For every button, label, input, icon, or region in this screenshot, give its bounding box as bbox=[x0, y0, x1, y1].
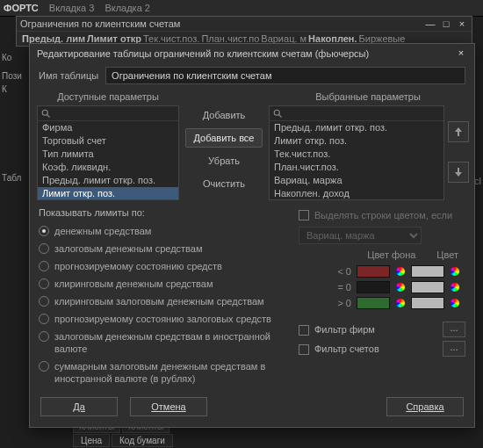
list-item[interactable]: Тек.чист.поз. bbox=[270, 148, 443, 161]
limits-option[interactable]: залоговым денежным средствам bbox=[39, 241, 285, 257]
color-picker-icon[interactable] bbox=[450, 266, 460, 277]
list-item[interactable]: Торговый счет bbox=[38, 134, 178, 148]
fg-swatch[interactable] bbox=[411, 297, 444, 309]
selected-search-input[interactable] bbox=[283, 107, 441, 119]
help-button[interactable]: Справка bbox=[386, 397, 464, 416]
side-fragments: Ко Пози К Табл bbox=[0, 49, 16, 186]
close-icon[interactable]: × bbox=[455, 47, 467, 60]
list-item[interactable]: Предыд. лимит откр. поз. bbox=[270, 121, 443, 134]
svg-line-1 bbox=[47, 115, 50, 118]
color-col-bg: Цвет фона bbox=[367, 249, 415, 260]
filter-acct-label: Фильтр счетов bbox=[314, 343, 437, 354]
fg-swatch[interactable] bbox=[411, 281, 444, 293]
ok-button[interactable]: Да bbox=[40, 397, 118, 416]
main-tab[interactable]: Вкладка 2 bbox=[105, 3, 150, 13]
move-down-button[interactable] bbox=[448, 162, 469, 183]
filter-firm-browse-button[interactable]: ... bbox=[443, 322, 465, 337]
svg-point-2 bbox=[274, 110, 279, 115]
search-icon bbox=[40, 108, 51, 119]
bg-swatch[interactable] bbox=[357, 281, 390, 293]
color-picker-icon[interactable] bbox=[450, 282, 460, 293]
subwindow-title: Ограничения по клиентским счетам bbox=[20, 18, 180, 29]
bg-swatch[interactable] bbox=[357, 297, 390, 309]
add-button[interactable]: Добавить bbox=[185, 105, 263, 125]
clear-button[interactable]: Очистить bbox=[185, 174, 263, 193]
available-params-header: Доступные параметры bbox=[37, 91, 179, 104]
color-col-fg: Цвет bbox=[436, 249, 458, 260]
table-name-input[interactable] bbox=[105, 67, 465, 84]
svg-line-3 bbox=[279, 115, 282, 118]
limits-option[interactable]: суммарным залоговым денежным средствам в… bbox=[39, 358, 285, 387]
move-up-button[interactable] bbox=[448, 121, 469, 142]
list-item[interactable]: Лимит откр. поз. bbox=[38, 187, 178, 199]
available-search-input[interactable] bbox=[51, 107, 176, 119]
limits-group-label: Показывать лимиты по: bbox=[39, 207, 285, 218]
list-item[interactable]: План.чист.поз. bbox=[270, 161, 443, 174]
fg-swatch[interactable] bbox=[411, 265, 444, 278]
list-item[interactable]: Фирма bbox=[38, 121, 178, 134]
close-icon[interactable]: × bbox=[456, 18, 468, 29]
color-row-lt: < 0 bbox=[299, 265, 465, 278]
filter-firm-label: Фильтр фирм bbox=[314, 324, 437, 335]
list-item[interactable]: Предыд. лимит откр. поз. bbox=[38, 174, 178, 187]
arrow-down-icon bbox=[454, 167, 463, 177]
list-item[interactable]: Вариац. маржа bbox=[270, 174, 443, 187]
minimize-icon[interactable]: — bbox=[424, 18, 436, 29]
limits-option[interactable]: прогнозируемому состоянию залоговых сред… bbox=[39, 311, 285, 327]
color-row-eq: = 0 bbox=[299, 281, 465, 293]
list-item[interactable]: Лимит откр. поз. bbox=[270, 134, 443, 148]
color-picker-icon[interactable] bbox=[395, 266, 406, 277]
remove-button[interactable]: Убрать bbox=[185, 151, 263, 170]
add-all-button[interactable]: Добавить все bbox=[185, 128, 263, 148]
edit-table-dialog: Редактирование таблицы ограничений по кл… bbox=[29, 43, 475, 428]
highlight-field-select: Вариац. маржа bbox=[299, 227, 422, 244]
list-item[interactable]: Накоплен. доход bbox=[270, 187, 443, 199]
selected-params-header: Выбранные параметры bbox=[269, 91, 467, 104]
main-tab[interactable]: Вкладка 3 bbox=[49, 3, 95, 13]
search-icon bbox=[272, 108, 283, 119]
filter-acct-browse-button[interactable]: ... bbox=[443, 341, 465, 357]
maximize-icon[interactable]: □ bbox=[440, 18, 452, 29]
list-item[interactable]: Тип лимита bbox=[38, 148, 178, 161]
limits-option[interactable]: клиринговым денежным средствам bbox=[39, 276, 285, 292]
main-tab[interactable]: ФОРТС bbox=[4, 3, 39, 13]
color-picker-icon[interactable] bbox=[450, 298, 460, 308]
app-main-tabs: ФОРТС Вкладка 3 Вкладка 2 bbox=[0, 0, 483, 17]
dialog-title: Редактирование таблицы ограничений по кл… bbox=[37, 48, 369, 59]
color-picker-icon[interactable] bbox=[395, 298, 406, 308]
limits-option[interactable]: прогнозируемому состоянию средств bbox=[39, 258, 285, 274]
selected-params-list[interactable]: Предыд. лимит откр. поз. Лимит откр. поз… bbox=[269, 105, 444, 200]
limits-option[interactable]: клиринговым залоговым денежным средствам bbox=[39, 293, 285, 309]
list-item[interactable]: Коэф. ликвидн. bbox=[38, 161, 178, 174]
cancel-button[interactable]: Отмена bbox=[130, 397, 207, 416]
svg-point-0 bbox=[42, 110, 47, 115]
filter-firm-toggle[interactable] bbox=[299, 325, 309, 336]
color-row-gt: > 0 bbox=[299, 297, 465, 309]
limits-subwindow: Ограничения по клиентским счетам — □ × П… bbox=[16, 16, 472, 47]
limits-option[interactable]: залоговым денежным средствам в иностранн… bbox=[39, 329, 285, 357]
arrow-up-icon bbox=[454, 126, 463, 137]
table-name-label: Имя таблицы bbox=[39, 70, 98, 81]
filter-acct-toggle[interactable] bbox=[299, 344, 309, 355]
bg-swatch[interactable] bbox=[357, 265, 390, 278]
available-params-list[interactable]: Фирма Торговый счет Тип лимита Коэф. лик… bbox=[37, 105, 179, 200]
limits-option[interactable]: денежным средствам bbox=[39, 223, 285, 239]
highlight-rows-toggle[interactable]: Выделять строки цветом, если bbox=[299, 207, 465, 223]
color-picker-icon[interactable] bbox=[395, 282, 406, 293]
